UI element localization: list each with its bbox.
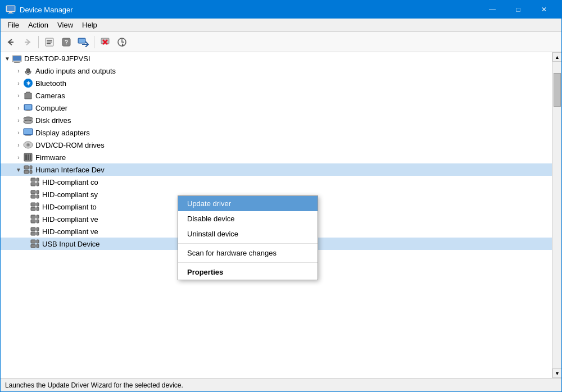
usb-icon: [30, 239, 40, 249]
hid4-icon: [30, 214, 40, 224]
audio-icon: [23, 66, 33, 76]
svg-rect-67: [37, 227, 39, 231]
display-toggle[interactable]: ›: [14, 128, 23, 137]
tree-item-display[interactable]: › Display adapters: [1, 126, 552, 139]
dvd-label: DVD/CD-ROM drives: [35, 141, 105, 149]
svg-rect-58: [31, 207, 35, 211]
firmware-toggle[interactable]: ›: [14, 153, 23, 162]
scrollbar[interactable]: ▲ ▼: [552, 52, 561, 378]
svg-rect-66: [31, 232, 35, 235]
cameras-toggle[interactable]: ›: [14, 91, 23, 100]
device-manager-window: Device Manager — □ ✕ File Action View He…: [0, 0, 562, 392]
svg-rect-1: [9, 12, 12, 13]
computer-icon: [23, 103, 33, 113]
hid2-label: HID-compliant sy: [42, 190, 98, 199]
root-icon: [12, 53, 22, 63]
svg-rect-51: [37, 178, 39, 181]
svg-rect-47: [30, 166, 32, 169]
hid5-icon: [30, 226, 40, 236]
minimize-button[interactable]: —: [479, 1, 505, 19]
svg-text:?: ?: [65, 39, 68, 45]
display-label: Display adapters: [35, 129, 90, 137]
bluetooth-toggle[interactable]: ›: [14, 79, 23, 88]
svg-point-33: [24, 120, 33, 124]
tree-item-dvd[interactable]: › DVD/CD-ROM drives: [1, 139, 552, 151]
tree-item-hid[interactable]: ▼ Human Interface Dev: [1, 163, 552, 176]
svg-rect-46: [24, 170, 29, 174]
svg-rect-59: [37, 203, 39, 206]
svg-rect-64: [37, 220, 39, 223]
tree-root[interactable]: ▼ DESKTOP-9JFPVSI: [1, 52, 552, 65]
hid5-label: HID-compliant ve: [42, 227, 98, 236]
svg-rect-63: [37, 215, 39, 218]
hid-toggle[interactable]: ▼: [14, 165, 23, 174]
svg-rect-13: [79, 39, 85, 43]
menu-file[interactable]: File: [3, 20, 24, 30]
svg-rect-72: [37, 244, 39, 248]
firmware-label: Firmware: [35, 153, 66, 162]
forward-button[interactable]: [20, 35, 35, 49]
tree-subitem-hid1[interactable]: HID-compliant co: [1, 176, 552, 188]
svg-rect-30: [25, 111, 31, 111]
scroll-up-arrow[interactable]: ▲: [552, 52, 561, 62]
audio-toggle[interactable]: ›: [14, 66, 23, 75]
svg-rect-5: [25, 42, 30, 43]
dvd-toggle[interactable]: ›: [14, 140, 23, 149]
disk-label: Disk drives: [35, 116, 71, 125]
hid2-icon: [30, 189, 40, 199]
ctx-scan-hardware[interactable]: Scan for hardware changes: [178, 245, 318, 261]
menu-view[interactable]: View: [53, 20, 78, 30]
hid3-icon: [30, 202, 40, 212]
update-driver-toolbar-button[interactable]: [75, 35, 91, 49]
disk-icon: [23, 115, 33, 125]
computer-toggle[interactable]: ›: [14, 103, 23, 112]
dvd-icon: [23, 140, 33, 150]
menu-action[interactable]: Action: [24, 20, 53, 30]
scroll-thumb[interactable]: [554, 73, 561, 107]
tree-item-cameras[interactable]: › Cameras: [1, 89, 552, 102]
hid1-label: HID-compliant co: [42, 178, 98, 186]
hid4-label: HID-compliant ve: [42, 215, 98, 224]
tree-item-bluetooth[interactable]: › ∗ Bluetooth: [1, 77, 552, 89]
svg-rect-62: [31, 220, 35, 223]
ctx-properties[interactable]: Properties: [178, 265, 318, 280]
svg-rect-70: [31, 244, 35, 248]
ctx-uninstall-device[interactable]: Uninstall device: [178, 226, 318, 241]
svg-rect-57: [31, 203, 35, 206]
tree-item-computer[interactable]: › Computer: [1, 102, 552, 114]
tree-item-diskdrives[interactable]: › Disk drives: [1, 114, 552, 126]
scan-button[interactable]: [114, 35, 130, 49]
context-menu: Update driver Disable device Uninstall d…: [178, 195, 318, 280]
back-button[interactable]: [3, 35, 19, 49]
menubar: File Action View Help: [1, 19, 561, 32]
bluetooth-label: Bluetooth: [35, 79, 66, 88]
tree-item-firmware[interactable]: › Firmware: [1, 151, 552, 163]
disk-toggle[interactable]: ›: [14, 116, 23, 125]
computer-label: Computer: [35, 104, 67, 112]
help-button[interactable]: ?: [58, 35, 74, 49]
hid1-icon: [30, 177, 40, 187]
svg-rect-37: [25, 135, 31, 136]
uninstall-button[interactable]: [97, 35, 113, 49]
properties-button[interactable]: [42, 35, 57, 49]
titlebar: Device Manager — □ ✕: [1, 1, 561, 19]
svg-rect-52: [37, 183, 39, 186]
maximize-button[interactable]: □: [505, 1, 531, 19]
svg-rect-49: [31, 178, 35, 181]
ctx-update-driver[interactable]: Update driver: [178, 196, 318, 211]
status-text: Launches the Update Driver Wizard for th…: [5, 381, 183, 389]
close-button[interactable]: ✕: [531, 1, 557, 19]
svg-rect-44: [30, 154, 31, 160]
root-label: DESKTOP-9JFPVSI: [24, 54, 90, 63]
bluetooth-icon: ∗: [23, 78, 33, 88]
svg-rect-54: [31, 195, 35, 198]
scroll-down-arrow[interactable]: ▼: [552, 368, 561, 378]
svg-rect-48: [30, 170, 32, 174]
root-toggle[interactable]: ▼: [3, 54, 12, 63]
tree-item-audio[interactable]: › Audio inputs and outputs: [1, 65, 552, 77]
window-title: Device Manager: [20, 6, 479, 14]
menu-help[interactable]: Help: [78, 20, 102, 30]
ctx-disable-device[interactable]: Disable device: [178, 211, 318, 226]
usb-label: USB Input Device: [42, 240, 100, 248]
svg-rect-56: [37, 195, 39, 198]
